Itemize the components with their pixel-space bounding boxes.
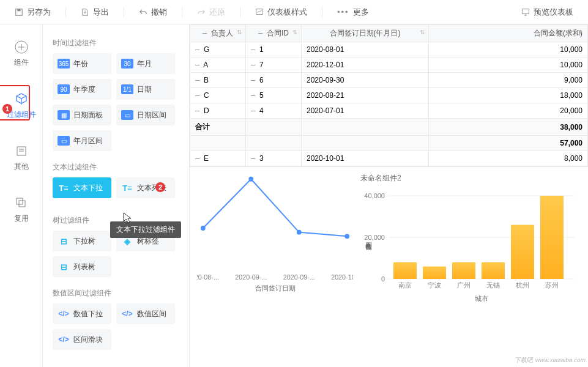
table-row[interactable]: — E — 3 2020-10-018,000 <box>190 151 588 166</box>
line-series <box>203 179 347 237</box>
filter-chip-文本下拉[interactable]: T≡文本下拉 <box>53 177 111 198</box>
chip-icon: 365 <box>58 59 70 69</box>
dashboard-style-button[interactable]: 仪表板样式 <box>248 4 314 20</box>
filter-chip-年月[interactable]: 30年月 <box>116 53 175 74</box>
redo-button: 还原 <box>190 4 233 20</box>
filter-chip-数值区间[interactable]: </>数值区间 <box>116 303 175 324</box>
chip-label: 年季度 <box>73 84 95 95</box>
chip-icon: T≡ <box>121 183 133 193</box>
svg-rect-7 <box>19 201 25 207</box>
chip-icon: </> <box>58 309 70 319</box>
y-tick: 40,000 <box>364 192 385 199</box>
filter-chip-日期[interactable]: 1/1日期 <box>116 79 175 100</box>
save-as-button[interactable]: 另存为 <box>7 4 58 20</box>
bar[interactable] <box>482 262 505 279</box>
y-tick: 0 <box>381 275 385 283</box>
filter-chip-日期面板[interactable]: ▦日期面板 <box>53 105 111 125</box>
save-as-label: 另存为 <box>27 7 51 18</box>
table-row[interactable]: — C — 5 2020-08-2118,000 <box>190 88 588 103</box>
badge-2: 2 <box>155 182 165 192</box>
preview-button[interactable]: 预览仪表板 <box>514 4 581 20</box>
undo-icon <box>139 8 147 17</box>
chip-label: 年月区间 <box>73 136 103 146</box>
table-row[interactable]: — D — 4 2020-07-0120,000 <box>190 103 588 119</box>
chip-icon: ▦ <box>58 110 70 120</box>
filter-chip-文本列表[interactable]: T≡文本列表 <box>116 177 175 198</box>
export-button[interactable]: 导出 <box>73 4 116 20</box>
chip-icon: </> <box>58 335 70 344</box>
sort-icon[interactable]: ⇅ <box>237 29 242 35</box>
chip-icon: 90 <box>58 84 70 94</box>
filter-chip-数值下拉[interactable]: </>数值下拉 <box>53 303 111 324</box>
preview-label: 预览仪表板 <box>534 7 573 18</box>
filter-chip-年月区间[interactable]: ▭年月区间 <box>53 130 111 151</box>
col-header[interactable]: 合同金额(求和)▼ <box>429 25 588 42</box>
svg-rect-1 <box>17 9 20 11</box>
more-label: 更多 <box>353 7 369 18</box>
table-row[interactable]: — B — 6 2020-09-309,000 <box>190 73 588 88</box>
filter-chip-年份[interactable]: 365年份 <box>53 53 111 74</box>
plus-circle-icon <box>15 40 28 54</box>
data-point[interactable] <box>248 177 253 182</box>
x-axis-label: 合同签订日期 <box>255 284 296 292</box>
bar[interactable] <box>393 262 417 279</box>
filter-chip-区间滑块[interactable]: </>区间滑块 <box>53 329 111 350</box>
x-tick: 2020-09-... <box>283 274 315 281</box>
data-table[interactable]: — 负责人⇅— 合同ID⇅合同签订日期(年月日)⇅合同金额(求和)▼ — G —… <box>190 24 588 167</box>
x-tick: 无锡 <box>486 281 500 289</box>
copy-icon <box>15 196 28 210</box>
redo-label: 还原 <box>209 7 225 18</box>
data-point[interactable] <box>297 230 302 235</box>
x-tick: 2020-10-... <box>331 274 353 281</box>
filter-panel: 时间过滤组件 365年份30年月90年季度1/1日期▦日期面板▭日期区间▭年月区… <box>43 24 190 367</box>
undo-button[interactable]: 撤销 <box>132 4 174 20</box>
sidebar-label: 其他 <box>14 161 29 172</box>
watermark: 下载吧 www.xiazaiba.com <box>515 356 586 365</box>
table-row[interactable]: — A — 7 2020-12-0110,000 <box>190 57 588 73</box>
col-header[interactable]: — 负责人⇅ <box>190 25 246 42</box>
filter-chip-日期区间[interactable]: ▭日期区间 <box>116 105 175 125</box>
bar[interactable] <box>423 267 446 279</box>
data-point[interactable] <box>201 226 206 231</box>
col-header[interactable]: 合同签订日期(年月日)⇅ <box>302 25 429 42</box>
chip-label: 数值下拉 <box>73 309 103 319</box>
chip-label: 列表树 <box>73 262 95 272</box>
monitor-icon <box>521 8 530 17</box>
chip-icon: T≡ <box>58 183 70 193</box>
chip-label: 年月 <box>137 59 152 69</box>
filter-chip-下拉树[interactable]: ⊟下拉树 <box>53 231 111 251</box>
line-chart[interactable]: 2020-08-...2020-09-...2020-09-...2020-10… <box>197 172 353 360</box>
highlight-box-1 <box>0 85 30 120</box>
sort-icon[interactable]: ▼ <box>578 29 584 35</box>
more-button[interactable]: ••• 更多 <box>330 4 376 20</box>
chip-label: 年份 <box>73 59 88 69</box>
bar-chart-title: 未命名组件2 <box>360 173 581 184</box>
bar[interactable] <box>511 225 534 279</box>
sum-row: 合计38,000 <box>190 119 588 136</box>
chip-label: 下拉树 <box>73 236 95 247</box>
note-icon <box>15 144 28 158</box>
bar-chart[interactable]: 未命名组件2 020,00040,000南京宁波广州无锡杭州苏州合同金额城市 <box>360 172 581 360</box>
sidebar-item-reuse[interactable]: 复用 <box>8 193 35 228</box>
bar[interactable] <box>540 196 564 279</box>
col-header[interactable]: — 合同ID⇅ <box>246 25 302 42</box>
table-row[interactable]: — G — 1 2020-08-0110,000 <box>190 42 588 57</box>
dashboard-style-icon <box>255 8 264 17</box>
bar[interactable] <box>452 262 475 279</box>
sidebar-label: 复用 <box>14 213 29 224</box>
sidebar-item-other[interactable]: 其他 <box>8 141 35 176</box>
sum-row: 57,000 <box>190 136 588 151</box>
section-title-num: 数值区间过滤组件 <box>53 288 179 298</box>
main-area: — 负责人⇅— 合同ID⇅合同签订日期(年月日)⇅合同金额(求和)▼ — G —… <box>190 24 588 367</box>
x-tick: 2020-09-... <box>235 274 267 281</box>
section-title-text: 文本过滤组件 <box>53 162 179 172</box>
sort-icon[interactable]: ⇅ <box>420 29 425 35</box>
sidebar-item-components[interactable]: 组件 <box>8 37 35 72</box>
filter-chip-列表树[interactable]: ⊟列表树 <box>53 256 111 277</box>
filter-chip-年季度[interactable]: 90年季度 <box>53 79 111 100</box>
sort-icon[interactable]: ⇅ <box>292 29 297 35</box>
chip-icon: ▭ <box>121 110 133 120</box>
data-point[interactable] <box>344 234 349 239</box>
time-filter-grid: 365年份30年月90年季度1/1日期▦日期面板▭日期区间▭年月区间 <box>53 53 179 151</box>
x-tick: 杭州 <box>515 281 529 289</box>
